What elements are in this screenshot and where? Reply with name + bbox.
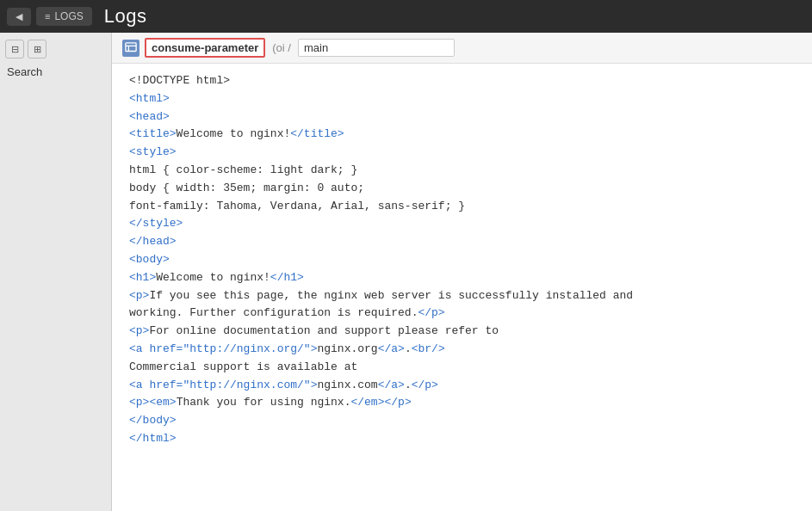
breadcrumb-repo-name: consume-parameter [152, 41, 258, 54]
logs-button-label: LOGS [54, 10, 83, 22]
log-line: <html> [129, 90, 795, 108]
menu-icon: ≡ [45, 11, 50, 22]
sidebar-expand-button[interactable]: ⊞ [28, 40, 46, 58]
logs-button[interactable]: ≡ LOGS [36, 7, 92, 26]
log-line: <a href="http://nginx.com/">nginx.com</a… [129, 377, 795, 395]
log-line: </head> [129, 233, 795, 251]
log-line: Commercial support is available at [129, 359, 795, 377]
log-line: <body> [129, 251, 795, 269]
repo-icon [122, 40, 139, 57]
repo-svg [125, 42, 137, 54]
back-icon: ◀ [15, 11, 22, 22]
log-line: <h1>Welcome to nginx!</h1> [129, 269, 795, 287]
log-line: <a href="http://nginx.org/">nginx.org</a… [129, 341, 795, 359]
log-line: <p><em>Thank you for using nginx.</em></… [129, 394, 795, 412]
log-line: body { width: 35em; margin: 0 auto; [129, 180, 795, 198]
sidebar: ⊟ ⊞ Search [0, 33, 112, 511]
sidebar-search-label: Search [0, 62, 111, 83]
log-line: <head> [129, 108, 795, 126]
top-bar: ◀ ≡ LOGS Logs [0, 0, 812, 33]
log-content[interactable]: <!DOCTYPE html><html><head><title>Welcom… [112, 64, 812, 511]
log-line: </html> [129, 430, 795, 448]
log-line: html { color-scheme: light dark; } [129, 162, 795, 180]
main-layout: ⊟ ⊞ Search consume-parameter (oi / [0, 33, 812, 511]
collapse-icon: ⊟ [11, 44, 19, 55]
log-line: <!DOCTYPE html> [129, 72, 795, 90]
svg-rect-0 [126, 42, 136, 51]
back-button[interactable]: ◀ [7, 8, 31, 26]
log-line: </body> [129, 412, 795, 430]
content-area: consume-parameter (oi / <!DOCTYPE html><… [112, 33, 812, 511]
expand-icon: ⊞ [34, 44, 41, 55]
log-line: <title>Welcome to nginx!</title> [129, 126, 795, 144]
page-title: Logs [104, 5, 147, 28]
sidebar-toolbar: ⊟ ⊞ [0, 36, 111, 62]
breadcrumb-repo-box: consume-parameter [145, 38, 265, 58]
log-line: </style> [129, 215, 795, 233]
sidebar-collapse-button[interactable]: ⊟ [5, 40, 24, 58]
log-line: font-family: Tahoma, Verdana, Arial, san… [129, 198, 795, 216]
log-line: <p>For online documentation and support … [129, 323, 795, 341]
breadcrumb-branch-input[interactable] [298, 39, 455, 57]
breadcrumb-bar: consume-parameter (oi / [112, 33, 812, 64]
log-line: <p>If you see this page, the nginx web s… [129, 287, 795, 305]
breadcrumb-separator: (oi / [269, 41, 294, 54]
log-line: <style> [129, 144, 795, 162]
log-line: working. Further configuration is requir… [129, 305, 795, 323]
